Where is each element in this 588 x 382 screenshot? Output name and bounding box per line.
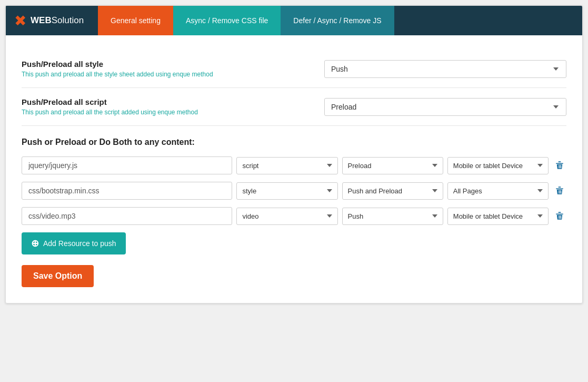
delete-resource-1[interactable]	[553, 158, 566, 173]
logo-text: WEBSolution	[31, 15, 84, 26]
plus-icon: ⊕	[31, 238, 39, 249]
push-script-title: Push/Preload all script	[22, 97, 198, 106]
resource-device-3[interactable]: All Pages Mobile or tablet Device Deskto…	[447, 208, 549, 225]
push-style-description: This push and preload all the style shee…	[22, 71, 213, 78]
resource-action-1[interactable]: Push Preload Push and Preload Disable	[342, 157, 443, 174]
tab-defer-js[interactable]: Defer / Async / Remove JS	[281, 6, 394, 35]
resource-row-3: script style video font image Push Prelo…	[22, 207, 566, 225]
resource-type-1[interactable]: script style video font image	[236, 157, 337, 174]
tab-async-css[interactable]: Async / Remove CSS file	[173, 6, 281, 35]
logo-area: ✖ WEBSolution	[6, 6, 98, 35]
delete-resource-2[interactable]	[553, 183, 566, 198]
push-script-row: Push/Preload all script This push and pr…	[22, 88, 566, 126]
logo-icon: ✖	[14, 12, 26, 30]
resource-type-2[interactable]: script style video font image	[236, 182, 337, 200]
resource-device-2[interactable]: All Pages Mobile or tablet Device Deskto…	[447, 182, 549, 200]
tab-general-setting[interactable]: General setting	[98, 6, 173, 35]
add-resource-button[interactable]: ⊕ Add Resource to push	[22, 232, 126, 254]
push-style-label: Push/Preload all style This push and pre…	[22, 60, 213, 78]
resource-device-1[interactable]: All Pages Mobile or tablet Device Deskto…	[447, 157, 549, 174]
resources-section: Push or Preload or Do Both to any conten…	[22, 126, 566, 287]
add-resource-label: Add Resource to push	[43, 239, 116, 248]
header: ✖ WEBSolution General setting Async / Re…	[6, 6, 582, 35]
push-script-description: This push and preload all the script add…	[22, 109, 198, 116]
push-style-title: Push/Preload all style	[22, 60, 213, 68]
push-style-row: Push/Preload all style This push and pre…	[22, 50, 566, 88]
nav-tabs: General setting Async / Remove CSS file …	[98, 6, 394, 35]
resource-row-2: script style video font image Push Prelo…	[22, 182, 566, 200]
resource-path-3[interactable]	[22, 207, 232, 225]
trash-icon-3	[555, 211, 564, 221]
trash-icon-2	[555, 185, 564, 196]
trash-icon	[555, 160, 564, 171]
save-option-button[interactable]: Save Option	[22, 265, 94, 287]
push-style-select[interactable]: Push Preload Do Both Disable	[324, 60, 566, 78]
delete-resource-3[interactable]	[553, 209, 566, 223]
resource-action-3[interactable]: Push Preload Push and Preload Disable	[342, 208, 443, 225]
resource-path-1[interactable]	[22, 156, 232, 174]
svg-rect-2	[559, 212, 561, 213]
resource-type-3[interactable]: script style video font image	[236, 208, 337, 225]
resource-path-2[interactable]	[22, 182, 232, 200]
push-script-select[interactable]: Push Preload Do Both Disable	[324, 98, 566, 116]
push-style-control: Push Preload Do Both Disable	[324, 60, 566, 78]
svg-rect-1	[559, 187, 561, 188]
push-script-label: Push/Preload all script This push and pr…	[22, 97, 198, 116]
app-container: ✖ WEBSolution General setting Async / Re…	[5, 5, 583, 303]
resource-row-1: script style video font image Push Prelo…	[22, 156, 566, 174]
svg-rect-0	[559, 162, 561, 163]
push-script-control: Push Preload Do Both Disable	[324, 98, 566, 116]
main-content: Push/Preload all style This push and pre…	[6, 35, 582, 303]
resource-action-2[interactable]: Push Preload Push and Preload Disable	[342, 182, 443, 200]
resources-title: Push or Preload or Do Both to any conten…	[22, 138, 566, 147]
